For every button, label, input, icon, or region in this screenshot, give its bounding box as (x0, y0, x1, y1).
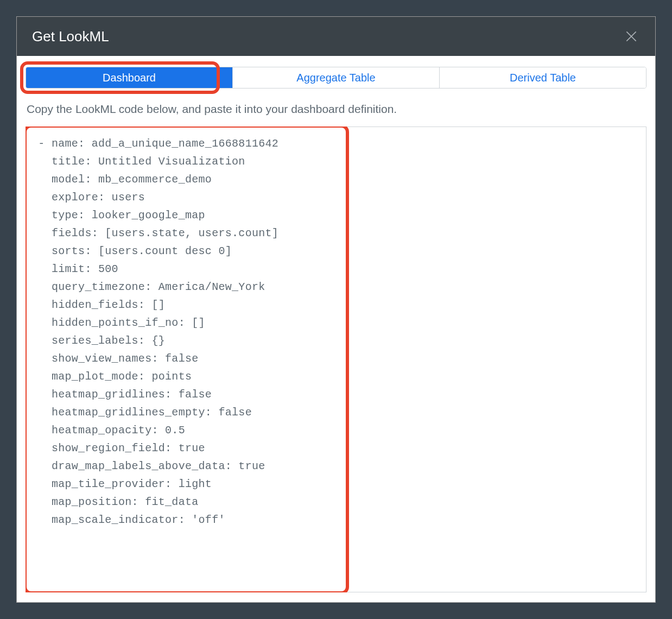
get-lookml-modal: Get LookML Dashboard Aggregate Table Der… (16, 16, 656, 603)
close-button[interactable] (623, 28, 640, 45)
modal-body: Dashboard Aggregate Table Derived Table … (17, 56, 655, 602)
close-icon (624, 29, 638, 43)
tabs: Dashboard Aggregate Table Derived Table (26, 67, 646, 89)
code-area[interactable]: - name: add_a_unique_name_1668811642 tit… (26, 127, 646, 592)
tabs-container: Dashboard Aggregate Table Derived Table (26, 67, 646, 89)
tab-derived-table[interactable]: Derived Table (440, 67, 646, 88)
modal-title: Get LookML (32, 28, 109, 45)
modal-header: Get LookML (17, 17, 655, 56)
instruction-text: Copy the LookML code below, and paste it… (26, 103, 646, 116)
code-area-wrapper: - name: add_a_unique_name_1668811642 tit… (26, 127, 646, 592)
tab-aggregate-table[interactable]: Aggregate Table (233, 67, 440, 88)
tab-dashboard[interactable]: Dashboard (26, 67, 233, 88)
lookml-code[interactable]: - name: add_a_unique_name_1668811642 tit… (31, 135, 641, 529)
